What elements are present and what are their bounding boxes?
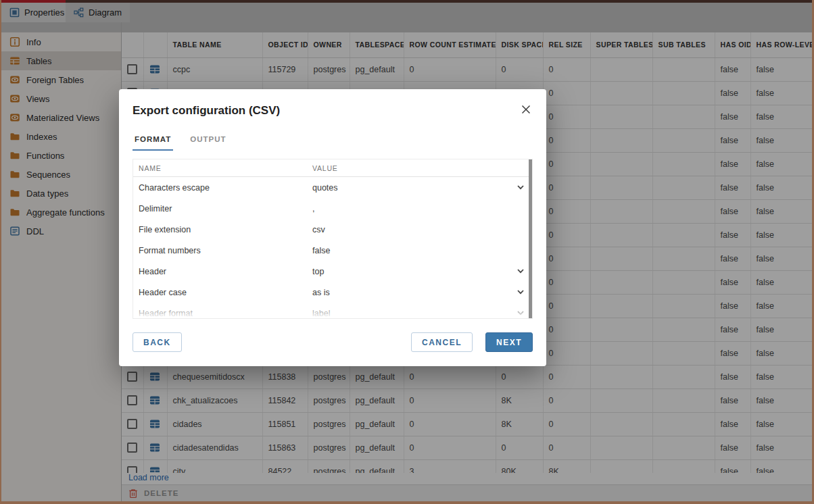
setting-value: csv: [312, 225, 325, 234]
setting-row: Characters escape quotes: [133, 177, 532, 198]
next-button[interactable]: NEXT: [485, 332, 533, 352]
chevron-down-icon: [517, 185, 524, 190]
settings-grid-header: NAME VALUE: [133, 159, 532, 177]
name-column-header: NAME: [133, 164, 312, 172]
setting-name: Header format: [133, 309, 312, 318]
dialog-tabs: FORMAT OUTPUT: [133, 134, 229, 151]
setting-row: Delimiter ,: [133, 198, 532, 219]
setting-value: top: [312, 267, 324, 276]
tab-output[interactable]: OUTPUT: [188, 134, 228, 151]
setting-row: File extension csv: [133, 219, 532, 240]
chevron-down-icon: [517, 311, 524, 316]
setting-value-select[interactable]: top: [312, 267, 532, 276]
setting-name: Header case: [133, 288, 312, 297]
setting-value-select[interactable]: label: [312, 309, 532, 318]
setting-name: Characters escape: [133, 183, 312, 193]
setting-row: Header format label: [133, 303, 532, 319]
setting-value-select[interactable]: quotes: [312, 183, 532, 193]
setting-value: false: [312, 246, 330, 255]
export-configuration-dialog: Export configuration (CSV) FORMAT OUTPUT…: [119, 89, 546, 366]
dialog-title: Export configuration (CSV): [133, 104, 280, 118]
format-settings-grid: NAME VALUE Characters escape quotes Deli…: [133, 159, 533, 319]
setting-name: Format numbers: [133, 246, 312, 255]
setting-name: File extension: [133, 225, 312, 234]
setting-value: as is: [312, 288, 330, 297]
value-column-header: VALUE: [312, 164, 532, 172]
cancel-button[interactable]: CANCEL: [411, 332, 473, 352]
setting-value: label: [312, 309, 330, 318]
setting-value: ,: [312, 204, 314, 213]
close-icon[interactable]: [520, 103, 532, 116]
setting-row: Header case as is: [133, 282, 532, 303]
chevron-down-icon: [517, 290, 524, 295]
setting-row: Format numbers false: [133, 240, 532, 261]
app-window: Properties Diagram Info Tables Foreign T…: [0, 0, 814, 504]
setting-row: Header top: [133, 261, 532, 282]
tab-format[interactable]: FORMAT: [133, 134, 173, 151]
setting-name: Delimiter: [133, 204, 312, 213]
settings-scrollbar[interactable]: [529, 159, 532, 318]
back-button[interactable]: BACK: [133, 332, 182, 352]
setting-value-select[interactable]: false: [312, 246, 532, 255]
setting-value-select[interactable]: as is: [312, 288, 532, 297]
setting-value-select[interactable]: csv: [312, 225, 532, 234]
setting-value-select[interactable]: ,: [312, 204, 532, 213]
setting-name: Header: [133, 267, 312, 276]
setting-value: quotes: [312, 183, 338, 193]
chevron-down-icon: [517, 269, 524, 274]
